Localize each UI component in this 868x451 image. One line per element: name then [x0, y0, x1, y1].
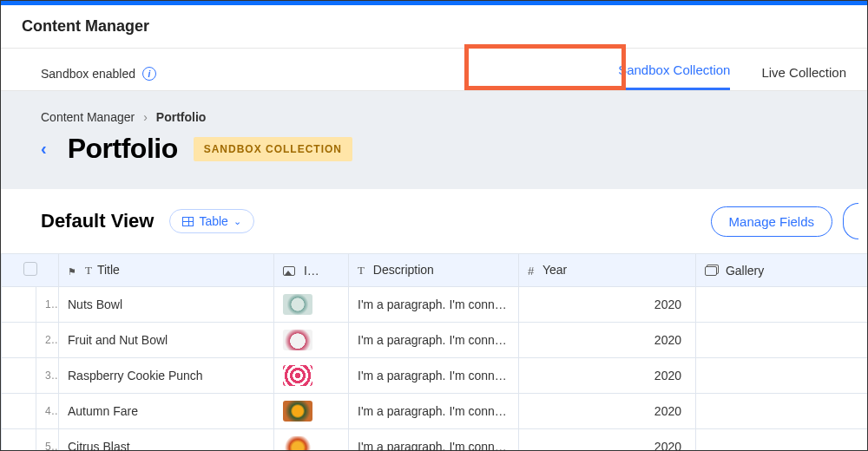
- cell-image[interactable]: [274, 323, 349, 358]
- cell-year[interactable]: 2020: [519, 323, 696, 358]
- cell-title[interactable]: Autumn Fare: [59, 394, 274, 429]
- thumbnail: [283, 330, 312, 350]
- back-icon[interactable]: ‹: [41, 139, 47, 159]
- text-type-icon: [85, 263, 92, 278]
- pin-icon: [68, 264, 80, 278]
- thumbnail: [283, 401, 312, 422]
- data-table: Title I… Description Year Gallery 1 Nuts…: [1, 253, 868, 451]
- thumbnail: [283, 365, 312, 386]
- table-icon: [182, 217, 194, 226]
- row-index: 4: [36, 394, 59, 429]
- breadcrumb-root[interactable]: Content Manager: [41, 110, 135, 124]
- cell-title[interactable]: Nuts Bowl: [59, 287, 274, 323]
- cell-gallery[interactable]: [696, 323, 868, 358]
- gallery-type-icon: [705, 266, 717, 276]
- breadcrumb-current: Portfolio: [156, 110, 207, 124]
- column-gallery[interactable]: Gallery: [696, 254, 868, 287]
- view-toolbar: Default View Table ⌄ Manage Fields: [1, 189, 867, 253]
- thumbnail: [283, 436, 312, 451]
- cell-description[interactable]: I'm a paragraph. I'm conn…: [349, 287, 519, 323]
- cell-gallery[interactable]: [696, 394, 868, 429]
- manage-fields-button[interactable]: Manage Fields: [711, 206, 832, 237]
- table-row[interactable]: 2 Fruit and Nut Bowl I'm a paragraph. I'…: [2, 323, 868, 358]
- cell-gallery[interactable]: [696, 287, 868, 323]
- select-all-header[interactable]: [2, 254, 59, 287]
- info-icon[interactable]: i: [142, 67, 156, 81]
- number-type-icon: [528, 264, 534, 278]
- cell-image[interactable]: [274, 429, 349, 452]
- row-select[interactable]: [2, 287, 36, 323]
- cell-title[interactable]: Raspberry Cookie Punch: [59, 358, 274, 394]
- table-row[interactable]: 5 Citrus Blast I'm a paragraph. I'm conn…: [2, 429, 868, 452]
- row-select[interactable]: [2, 358, 36, 394]
- partial-button[interactable]: [843, 203, 858, 239]
- cell-description[interactable]: I'm a paragraph. I'm conn…: [349, 429, 519, 452]
- row-select[interactable]: [2, 429, 36, 452]
- column-description[interactable]: Description: [349, 254, 519, 287]
- row-index: 5: [36, 429, 59, 452]
- cell-title[interactable]: Citrus Blast: [59, 429, 274, 452]
- page-header-panel: Content Manager › Portfolio ‹ Portfolio …: [1, 91, 867, 189]
- column-image-label: I…: [304, 264, 319, 278]
- row-index: 1: [36, 287, 59, 323]
- cell-year[interactable]: 2020: [519, 394, 696, 429]
- sandbox-badge: SANDBOX COLLECTION: [194, 137, 352, 161]
- column-year-label: Year: [542, 263, 567, 277]
- cell-image[interactable]: [274, 287, 349, 323]
- image-type-icon: [283, 266, 295, 276]
- cell-gallery[interactable]: [696, 429, 868, 452]
- cell-title[interactable]: Fruit and Nut Bowl: [59, 323, 274, 358]
- column-year[interactable]: Year: [519, 254, 696, 287]
- thumbnail: [283, 294, 312, 315]
- table-row[interactable]: 1 Nuts Bowl I'm a paragraph. I'm conn… 2…: [2, 287, 868, 323]
- column-description-label: Description: [373, 263, 434, 277]
- column-image[interactable]: I…: [274, 254, 349, 287]
- cell-description[interactable]: I'm a paragraph. I'm conn…: [349, 394, 519, 429]
- table-header-row: Title I… Description Year Gallery: [2, 254, 868, 287]
- page-title: Portfolio: [68, 133, 178, 165]
- tab-live-collection[interactable]: Live Collection: [761, 65, 846, 90]
- chevron-down-icon: ⌄: [233, 216, 241, 227]
- tab-sandbox-collection[interactable]: Sandbox Collection: [618, 62, 730, 90]
- app-title: Content Manager: [1, 5, 867, 48]
- sandbox-bar: Sandbox enabled i Sandbox Collection Liv…: [1, 48, 867, 91]
- row-select[interactable]: [2, 323, 36, 358]
- cell-description[interactable]: I'm a paragraph. I'm conn…: [349, 358, 519, 394]
- row-index: 2: [36, 323, 59, 358]
- column-title[interactable]: Title: [59, 254, 274, 287]
- checkbox-icon[interactable]: [23, 262, 37, 276]
- breadcrumb: Content Manager › Portfolio: [41, 110, 846, 124]
- table-row[interactable]: 3 Raspberry Cookie Punch I'm a paragraph…: [2, 358, 868, 394]
- cell-image[interactable]: [274, 358, 349, 394]
- column-title-label: Title: [97, 263, 120, 277]
- chevron-right-icon: ›: [143, 110, 148, 124]
- view-name: Default View: [41, 210, 154, 232]
- table-row[interactable]: 4 Autumn Fare I'm a paragraph. I'm conn……: [2, 394, 868, 429]
- cell-year[interactable]: 2020: [519, 287, 696, 323]
- collection-tabs: Sandbox Collection Live Collection: [618, 57, 846, 90]
- cell-description[interactable]: I'm a paragraph. I'm conn…: [349, 323, 519, 358]
- cell-gallery[interactable]: [696, 358, 868, 394]
- sandbox-enabled-label: Sandbox enabled: [41, 67, 135, 81]
- text-type-icon: [358, 263, 365, 278]
- view-mode-label: Table: [199, 214, 227, 228]
- row-select[interactable]: [2, 394, 36, 429]
- cell-year[interactable]: 2020: [519, 358, 696, 394]
- column-gallery-label: Gallery: [726, 264, 764, 278]
- row-index: 3: [36, 358, 59, 394]
- cell-year[interactable]: 2020: [519, 429, 696, 452]
- view-mode-select[interactable]: Table ⌄: [169, 209, 253, 233]
- cell-image[interactable]: [274, 394, 349, 429]
